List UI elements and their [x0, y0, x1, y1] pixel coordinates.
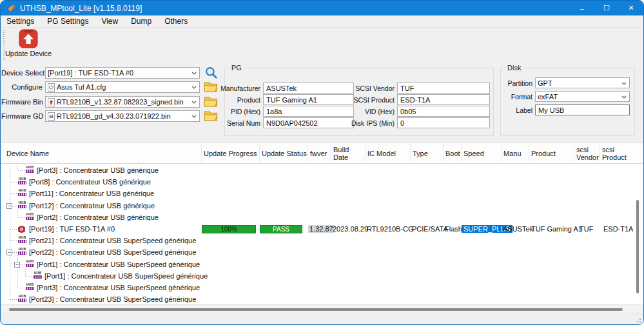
device-select-combo[interactable]: [Port19] : TUF ESD-T1A #0	[45, 67, 200, 79]
configure-value: Asus Tuf A1.cfg	[57, 83, 106, 91]
search-device-button[interactable]	[203, 66, 219, 79]
configure-combo[interactable]: Asus Tuf A1.cfg	[45, 81, 200, 93]
col-ic-model[interactable]: IC Model	[366, 143, 411, 164]
label-field[interactable]: My USB	[535, 104, 630, 115]
chevron-down-icon	[191, 86, 197, 89]
cfg-file-icon	[48, 83, 55, 92]
menu-others[interactable]: Others	[158, 15, 194, 27]
tree-row-port3[interactable]: HUB [Port3] : Concentrateur USB génériqu…	[1, 164, 633, 176]
format-combo[interactable]: exFAT	[535, 91, 630, 102]
firmware-gd-combo[interactable]: RTL9210B_gd_v4.30.23.071922.bin	[45, 110, 200, 122]
tree-row-port12[interactable]: − HUB [Port12] : Concentrateur USB génér…	[1, 200, 633, 212]
form-area: Device Select [Port19] : TUF ESD-T1A #0 …	[1, 63, 643, 141]
usb-hub-icon: HUB	[25, 260, 35, 269]
pid-hex-field[interactable]: 1a8a	[263, 106, 354, 117]
tree-row-port23[interactable]: HUB [Port23] : Concentrateur USB SuperSp…	[1, 293, 633, 304]
col-speed[interactable]: Speed	[462, 143, 502, 164]
chevron-down-icon	[191, 101, 197, 104]
browse-firmware-gd-button[interactable]	[203, 109, 219, 122]
firmware-bin-combo[interactable]: RTL9210B_v1.32.87.082923_signed.bin	[45, 96, 200, 108]
bin-file-icon	[48, 98, 55, 106]
usb-hub-icon: HUB	[33, 271, 43, 281]
col-build-date[interactable]: Build Date	[331, 143, 366, 164]
menu-dump[interactable]: Dump	[124, 15, 158, 27]
disk-group-title: Disk	[505, 64, 523, 72]
col-type[interactable]: Type	[411, 143, 444, 164]
tree-connector	[18, 217, 24, 218]
resize-grip-icon[interactable]	[635, 317, 641, 323]
col-update-status[interactable]: Update Status	[260, 143, 308, 164]
vertical-scrollbar[interactable]	[635, 164, 640, 304]
col-update-progress[interactable]: Update Progress	[202, 143, 260, 164]
scsi-product-field[interactable]: ESD-T1A	[397, 94, 490, 105]
format-label: Format	[498, 93, 532, 101]
horizontal-scrollbar-thumb[interactable]	[9, 308, 623, 311]
gd-file-icon	[48, 112, 55, 121]
partition-combo[interactable]: GPT	[535, 77, 630, 88]
menu-view[interactable]: View	[95, 15, 124, 27]
toolbar-grip	[3, 30, 5, 60]
vid-hex-field[interactable]: 0b05	[397, 106, 490, 117]
pg-group-title: PG	[229, 64, 244, 72]
tree-row-port8[interactable]: HUB [Port8] : Concentrateur USB génériqu…	[1, 176, 633, 188]
manufacturer-field[interactable]: ASUSTek	[263, 83, 354, 94]
browse-firmware-bin-button[interactable]	[203, 95, 219, 108]
product-field[interactable]: TUF Gaming A1	[263, 94, 354, 105]
col-scsi-vendor[interactable]: scsi Vendor	[574, 143, 600, 164]
tree-row-port3-sub[interactable]: HUB [Port3] : Concentrateur USB SuperSpe…	[1, 282, 633, 293]
col-scsi-product[interactable]: scsi Product	[600, 143, 634, 164]
folder-icon	[204, 96, 218, 107]
tree-connector	[12, 252, 17, 253]
scsi-vendor-field[interactable]: TUF	[397, 83, 490, 94]
tree-row-port2[interactable]: HUB [Port2] : Concentrateur USB génériqu…	[1, 212, 633, 223]
menu-settings[interactable]: Settings	[1, 15, 41, 27]
tree-row-port1-child[interactable]: HUB [Port1] : Concentrateur USB SuperSpe…	[1, 270, 633, 282]
usb-hub-icon: HUB	[17, 189, 27, 198]
cell-scsi-vendor: TUF	[580, 225, 593, 233]
col-manu[interactable]: Manu	[502, 143, 529, 164]
collapse-toggle[interactable]: −	[6, 203, 12, 209]
firmware-bin-label: Firmware Bin	[1, 98, 43, 106]
tree-row-port11[interactable]: HUB [Port11] : Concentrateur USB génériq…	[1, 188, 633, 199]
col-device-name[interactable]: Device Name	[1, 143, 202, 164]
tree-connector	[20, 264, 24, 265]
cell-product: TUF Gaming A1	[531, 225, 582, 233]
partition-label: Partition	[498, 79, 532, 87]
pid-hex-label: PID (Hex)	[218, 108, 260, 115]
format-value: exFAT	[538, 93, 558, 101]
tree-row-port19-device[interactable]: [Port19] : TUF ESD-T1A #0 100% PASS 1.32…	[1, 223, 633, 235]
cell-ic-model: RTL9210B-CG	[367, 225, 414, 233]
toolbar: Update Device	[1, 28, 643, 63]
col-fwver[interactable]: fwver	[308, 143, 331, 164]
close-button[interactable]: ✕	[619, 1, 643, 15]
app-window: UTHSB_MPtool_Lite [v1.15.8.0119] – ☐ ✕ S…	[0, 0, 644, 325]
usb-hub-icon: HUB	[17, 201, 27, 210]
chevron-down-icon	[191, 72, 197, 75]
tree-row-port21[interactable]: HUB [Port21] : Concentrateur USB SuperSp…	[1, 235, 633, 246]
collapse-toggle[interactable]: −	[6, 250, 12, 255]
serial-num-field[interactable]: N9D0AP042502	[263, 117, 354, 128]
menu-pg-settings[interactable]: PG Settings	[41, 15, 95, 27]
tree-connector	[10, 299, 17, 300]
col-product[interactable]: Product	[529, 143, 574, 164]
col-boot[interactable]: Boot	[444, 143, 462, 164]
usb-hub-icon: HUB	[25, 283, 35, 292]
vertical-scrollbar-thumb[interactable]	[636, 200, 639, 293]
tree-row-port1[interactable]: − HUB [Port1] : Concentrateur USB SuperS…	[1, 259, 633, 270]
table-header: Device Name Update Progress Update Statu…	[1, 143, 644, 164]
minimize-button[interactable]: –	[570, 1, 594, 15]
configure-label: Configure	[1, 83, 43, 91]
search-icon	[204, 66, 218, 79]
horizontal-scrollbar[interactable]	[1, 304, 644, 313]
maximize-button[interactable]: ☐	[594, 1, 619, 15]
cell-build-date: 2023.08.29	[333, 225, 368, 233]
disk-ips-field[interactable]: 0	[397, 117, 490, 128]
browse-configure-button[interactable]	[203, 80, 219, 93]
vid-hex-label: VID (Hex)	[348, 108, 395, 115]
tree-connector	[26, 276, 32, 277]
device-select-label: Device Select	[1, 69, 43, 77]
cell-fwver: 1.32.87	[308, 225, 335, 233]
collapse-toggle[interactable]: −	[14, 262, 20, 268]
tree-row-port22[interactable]: − HUB [Port22] : Concentrateur USB Super…	[1, 246, 633, 258]
update-device-button[interactable]: Update Device	[5, 29, 52, 61]
